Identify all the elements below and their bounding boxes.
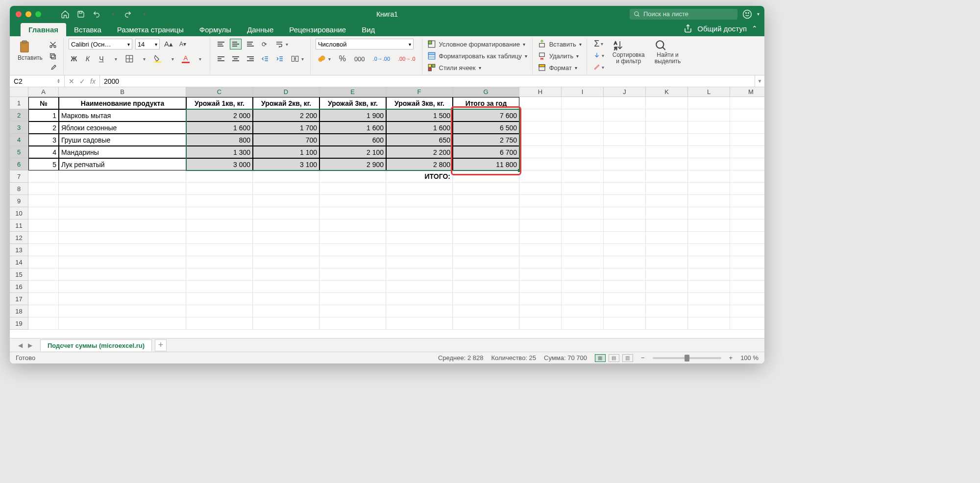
cell-J6[interactable] xyxy=(604,158,646,170)
decrease-decimal-icon[interactable]: .00→.0 xyxy=(396,53,416,64)
cell-F5[interactable]: 2 200 xyxy=(386,146,453,158)
zoom-out-button[interactable]: − xyxy=(641,354,645,362)
font-size-combo[interactable]: 14▾ xyxy=(135,39,160,49)
cell-F1[interactable]: Урожай 3кв, кг. xyxy=(386,97,453,109)
cell-M6[interactable] xyxy=(730,158,764,170)
cell-L13[interactable] xyxy=(688,244,730,256)
cell-J4[interactable] xyxy=(604,134,646,146)
cell-L6[interactable] xyxy=(688,158,730,170)
cell-D15[interactable] xyxy=(253,268,319,281)
italic-button[interactable]: К xyxy=(82,53,93,64)
cell-G8[interactable] xyxy=(453,183,519,195)
cell-H5[interactable] xyxy=(519,146,562,158)
cell-B13[interactable] xyxy=(59,244,186,256)
cell-D9[interactable] xyxy=(253,195,319,207)
cell-I2[interactable] xyxy=(562,109,604,121)
cell-I10[interactable] xyxy=(562,207,604,219)
tab-review[interactable]: Рецензирование xyxy=(281,23,354,36)
name-box[interactable]: C2 ▲▼ xyxy=(10,75,65,87)
cell-L2[interactable] xyxy=(688,109,730,121)
cell-B16[interactable] xyxy=(59,281,186,293)
cell-K14[interactable] xyxy=(646,256,688,268)
cell-E1[interactable]: Урожай 3кв, кг. xyxy=(319,97,386,109)
cell-D14[interactable] xyxy=(253,256,319,268)
cell-B10[interactable] xyxy=(59,207,186,219)
cell-L14[interactable] xyxy=(688,256,730,268)
row-header-12[interactable]: 12 xyxy=(10,232,28,244)
cell-M4[interactable] xyxy=(730,134,764,146)
cell-K6[interactable] xyxy=(646,158,688,170)
cell-F4[interactable]: 650 xyxy=(386,134,453,146)
cell-D16[interactable] xyxy=(253,281,319,293)
cell-C6[interactable]: 3 000 xyxy=(186,158,253,170)
cell-D17[interactable] xyxy=(253,293,319,305)
cell-F11[interactable] xyxy=(386,219,453,232)
cell-B11[interactable] xyxy=(59,219,186,232)
cell-M7[interactable] xyxy=(730,170,764,183)
decrease-font-icon[interactable]: A▾ xyxy=(177,39,188,49)
col-header-B[interactable]: B xyxy=(59,87,186,97)
increase-font-icon[interactable]: A▴ xyxy=(163,39,174,49)
save-icon[interactable] xyxy=(76,10,85,19)
cell-K2[interactable] xyxy=(646,109,688,121)
col-header-H[interactable]: H xyxy=(519,87,562,97)
cell-L9[interactable] xyxy=(688,195,730,207)
cell-J15[interactable] xyxy=(604,268,646,281)
cell-M3[interactable] xyxy=(730,121,764,134)
align-center-button[interactable] xyxy=(230,53,242,64)
search-input[interactable] xyxy=(643,10,732,18)
autosum-icon[interactable]: Σ xyxy=(592,38,606,49)
clear-icon[interactable] xyxy=(592,62,606,72)
cell-L17[interactable] xyxy=(688,293,730,305)
find-select-button[interactable]: Найти и выделить xyxy=(652,38,684,68)
cell-E8[interactable] xyxy=(319,183,386,195)
cell-A14[interactable] xyxy=(28,256,59,268)
smile-icon[interactable] xyxy=(742,9,752,19)
wrap-text-icon[interactable] xyxy=(273,39,290,49)
sheet-tab-active[interactable]: Подсчет суммы (microexcel.ru) xyxy=(40,339,152,351)
cell-A4[interactable]: 3 xyxy=(28,134,59,146)
window-close-button[interactable] xyxy=(16,11,22,17)
cell-I15[interactable] xyxy=(562,268,604,281)
cell-K8[interactable] xyxy=(646,183,688,195)
cell-K19[interactable] xyxy=(646,317,688,330)
conditional-formatting-button[interactable]: Условное форматирование▾ xyxy=(427,38,527,50)
cell-M19[interactable] xyxy=(730,317,764,330)
view-page-layout-icon[interactable]: ▤ xyxy=(609,354,619,362)
cell-F8[interactable] xyxy=(386,183,453,195)
cell-G6[interactable]: 11 800 xyxy=(453,158,519,170)
cell-E10[interactable] xyxy=(319,207,386,219)
cell-C15[interactable] xyxy=(186,268,253,281)
view-normal-icon[interactable]: ▦ xyxy=(595,354,606,362)
cell-F18[interactable] xyxy=(386,305,453,317)
row-header-8[interactable]: 8 xyxy=(10,183,28,195)
cell-D3[interactable]: 1 700 xyxy=(253,121,319,134)
cell-K7[interactable] xyxy=(646,170,688,183)
align-bottom-button[interactable] xyxy=(245,39,256,49)
cell-L16[interactable] xyxy=(688,281,730,293)
merge-cells-icon[interactable] xyxy=(289,53,305,64)
cell-I5[interactable] xyxy=(562,146,604,158)
cell-G19[interactable] xyxy=(453,317,519,330)
cell-G14[interactable] xyxy=(453,256,519,268)
cell-E14[interactable] xyxy=(319,256,386,268)
col-header-C[interactable]: C xyxy=(186,87,253,97)
cell-B3[interactable]: Яблоки сезонные xyxy=(59,121,186,134)
cell-L8[interactable] xyxy=(688,183,730,195)
cell-E15[interactable] xyxy=(319,268,386,281)
cell-L15[interactable] xyxy=(688,268,730,281)
cell-A11[interactable] xyxy=(28,219,59,232)
cell-D12[interactable] xyxy=(253,232,319,244)
cell-K9[interactable] xyxy=(646,195,688,207)
cell-A15[interactable] xyxy=(28,268,59,281)
cell-H14[interactable] xyxy=(519,256,562,268)
row-header-9[interactable]: 9 xyxy=(10,195,28,207)
cell-J7[interactable] xyxy=(604,170,646,183)
view-page-break-icon[interactable]: ▥ xyxy=(622,354,633,362)
cell-I7[interactable] xyxy=(562,170,604,183)
cell-I1[interactable] xyxy=(562,97,604,109)
cell-D2[interactable]: 2 200 xyxy=(253,109,319,121)
tab-layout[interactable]: Разметка страницы xyxy=(109,23,192,36)
cell-A9[interactable] xyxy=(28,195,59,207)
cell-M12[interactable] xyxy=(730,232,764,244)
